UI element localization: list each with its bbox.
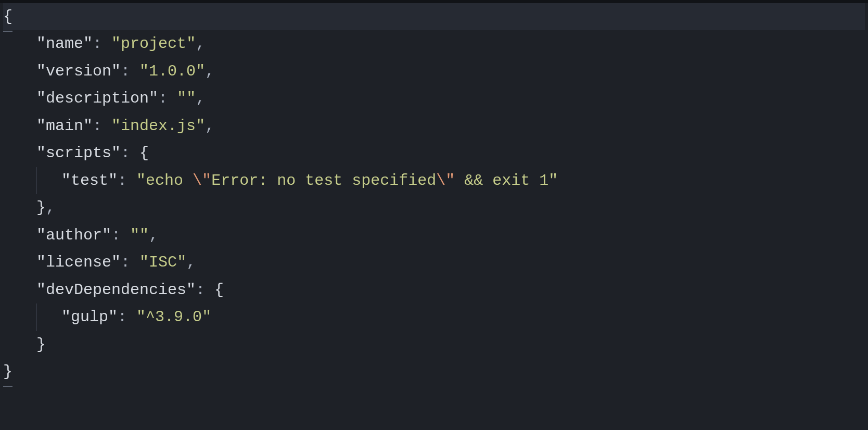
- code-editor[interactable]: { "name": "project", "version": "1.0.0",…: [0, 0, 868, 430]
- code-line[interactable]: "scripts": {: [3, 140, 865, 167]
- brace-open: {: [214, 281, 224, 299]
- json-key: "gulp": [61, 308, 118, 326]
- brace-close: }: [36, 336, 46, 353]
- code-line[interactable]: }: [3, 358, 865, 386]
- json-key: "author": [36, 226, 111, 244]
- json-key: "license": [36, 254, 121, 271]
- json-string: "": [130, 226, 149, 244]
- json-string: "echo \"Error: no test specified\" && ex…: [136, 172, 558, 189]
- escape-sequence: \": [436, 172, 455, 189]
- code-line[interactable]: }: [3, 331, 865, 359]
- code-line[interactable]: "test": "echo \"Error: no test specified…: [36, 167, 865, 195]
- code-area[interactable]: { "name": "project", "version": "1.0.0",…: [0, 3, 868, 386]
- brace-close: }: [36, 199, 46, 217]
- json-string: "index.js": [111, 117, 205, 135]
- code-line[interactable]: },: [3, 194, 865, 222]
- json-key: "test": [61, 172, 118, 189]
- code-line[interactable]: "devDependencies": {: [3, 276, 865, 304]
- code-line[interactable]: {: [3, 3, 865, 30]
- json-key: "scripts": [36, 144, 121, 162]
- json-key: "name": [36, 35, 93, 53]
- json-key: "devDependencies": [36, 281, 196, 299]
- json-string: "project": [111, 35, 196, 53]
- json-string: "1.0.0": [139, 62, 205, 80]
- code-line[interactable]: "gulp": "^3.9.0": [36, 303, 865, 331]
- brace-open: {: [139, 144, 149, 162]
- code-line[interactable]: "license": "ISC",: [3, 249, 865, 276]
- json-key: "version": [36, 62, 121, 80]
- code-line[interactable]: "main": "index.js",: [3, 112, 865, 140]
- code-line[interactable]: "version": "1.0.0",: [3, 58, 865, 85]
- json-string: "ISC": [139, 254, 186, 271]
- brace-open: {: [3, 3, 12, 31]
- json-string: "": [177, 90, 196, 107]
- json-key: "description": [36, 90, 158, 107]
- code-line[interactable]: "name": "project",: [3, 30, 865, 58]
- code-line[interactable]: "author": "",: [3, 222, 865, 249]
- brace-close: }: [3, 358, 12, 386]
- json-string: "^3.9.0": [136, 308, 211, 326]
- json-key: "main": [36, 117, 93, 135]
- code-line[interactable]: "description": "",: [3, 85, 865, 112]
- escape-sequence: \": [193, 172, 211, 189]
